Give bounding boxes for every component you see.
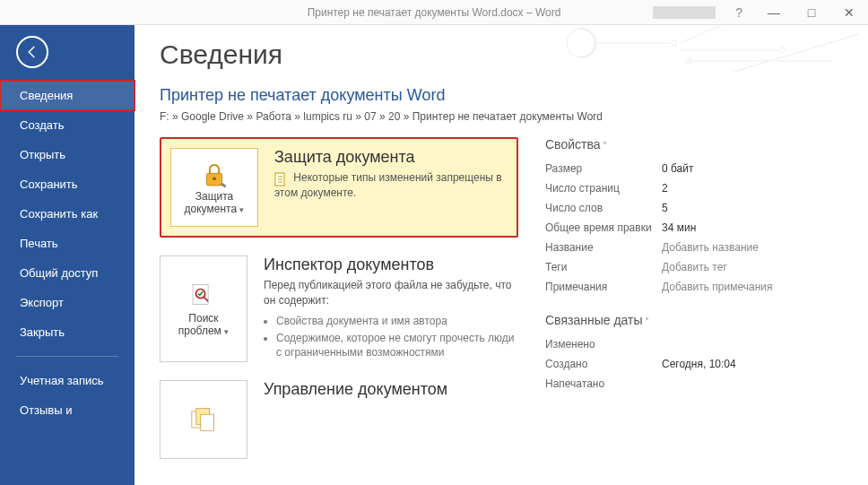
protect-btn-label2: документа xyxy=(185,203,238,215)
nav-open[interactable]: Открыть xyxy=(0,140,135,169)
protect-title: Защита документа xyxy=(274,148,508,167)
prop-row: Размер0 байт xyxy=(545,159,843,178)
properties-table: Размер0 байт Число страниц2 Число слов5 … xyxy=(545,159,843,297)
nav-close[interactable]: Закрыть xyxy=(0,317,135,347)
nav-save[interactable]: Сохранить xyxy=(0,169,135,199)
titlebar: Принтер не печатает документы Word.docx … xyxy=(0,0,868,25)
inspect-icon xyxy=(188,281,219,312)
svg-rect-16 xyxy=(201,414,214,430)
protect-desc: Некоторые типы изменений запрещены в это… xyxy=(274,171,502,199)
check-issues-button[interactable]: Поиск проблем ▾ xyxy=(160,255,247,362)
prop-row: Число слов5 xyxy=(545,198,843,218)
nav-separator xyxy=(16,356,118,357)
manage-section: Управление документом xyxy=(160,380,518,459)
backstage-sidebar: Сведения Создать Открыть Сохранить Сохра… xyxy=(0,25,135,485)
back-button[interactable] xyxy=(16,36,48,68)
nav-info[interactable]: Сведения xyxy=(0,81,135,110)
nav-feedback[interactable]: Отзывы и xyxy=(0,395,135,425)
prop-row: НазваниеДобавить название xyxy=(545,238,843,257)
main-panel: Сведения Принтер не печатает документы W… xyxy=(135,25,868,485)
inspect-desc: Перед публикацией этого файла не забудьт… xyxy=(264,278,518,308)
inspect-bullet: Свойства документа и имя автора xyxy=(276,314,518,328)
chevron-down-icon: ▾ xyxy=(224,327,229,336)
breadcrumb: F: » Google Drive » Работа » lumpics ru … xyxy=(160,110,843,123)
nav-save-as[interactable]: Сохранить как xyxy=(0,199,135,229)
nav-new[interactable]: Создать xyxy=(0,110,135,140)
minimize-button[interactable]: — xyxy=(755,1,793,24)
inspect-title: Инспектор документов xyxy=(264,255,518,274)
protect-document-button[interactable]: Защита документа ▾ xyxy=(170,148,258,227)
user-box[interactable] xyxy=(653,6,716,19)
inspect-btn-label1: Поиск xyxy=(188,312,218,325)
protect-btn-label1: Защита xyxy=(195,190,234,203)
protect-document-section: Защита документа ▾ Защита документа Неко… xyxy=(160,137,518,238)
window-title: Принтер не печатает документы Word.docx … xyxy=(308,6,561,19)
prop-row: Общее время правки34 мин xyxy=(545,218,843,238)
maximize-button[interactable]: □ xyxy=(793,1,830,24)
prop-row: ПримечанияДобавить примечания xyxy=(545,277,843,297)
inspect-bullet: Содержимое, которое не смогут прочесть л… xyxy=(276,331,518,359)
date-row: Изменено xyxy=(545,334,843,354)
dates-heading: Связанные даты xyxy=(545,313,843,327)
date-row: СозданоСегодня, 10:04 xyxy=(545,354,843,374)
svg-point-10 xyxy=(213,177,216,180)
help-icon[interactable]: ? xyxy=(735,5,742,20)
properties-heading[interactable]: Свойства xyxy=(545,137,843,152)
dates-table: Изменено СозданоСегодня, 10:04 Напечатан… xyxy=(545,334,843,394)
date-row: Напечатано xyxy=(545,374,843,394)
documents-icon xyxy=(188,407,219,432)
prop-row: ТегиДобавить тег xyxy=(545,257,843,277)
add-comments-link[interactable]: Добавить примечания xyxy=(662,281,773,293)
add-tag-link[interactable]: Добавить тег xyxy=(662,261,727,273)
nav-share[interactable]: Общий доступ xyxy=(0,258,135,288)
close-button[interactable]: ✕ xyxy=(830,1,868,24)
page-title: Сведения xyxy=(160,39,843,70)
inspect-section: Поиск проблем ▾ Инспектор документов Пер… xyxy=(160,255,518,362)
document-warn-icon xyxy=(274,172,287,185)
add-title-link[interactable]: Добавить название xyxy=(662,241,759,254)
manage-document-button[interactable] xyxy=(160,380,247,459)
chevron-down-icon: ▾ xyxy=(239,205,244,214)
nav-export[interactable]: Экспорт xyxy=(0,288,135,317)
manage-title: Управление документом xyxy=(264,380,518,399)
document-title: Принтер не печатает документы Word xyxy=(160,86,843,105)
inspect-btn-label2: проблем xyxy=(178,325,221,337)
nav-account[interactable]: Учетная запись xyxy=(0,366,135,395)
lock-icon xyxy=(199,160,230,190)
nav-print[interactable]: Печать xyxy=(0,229,135,258)
prop-row: Число страниц2 xyxy=(545,178,843,198)
